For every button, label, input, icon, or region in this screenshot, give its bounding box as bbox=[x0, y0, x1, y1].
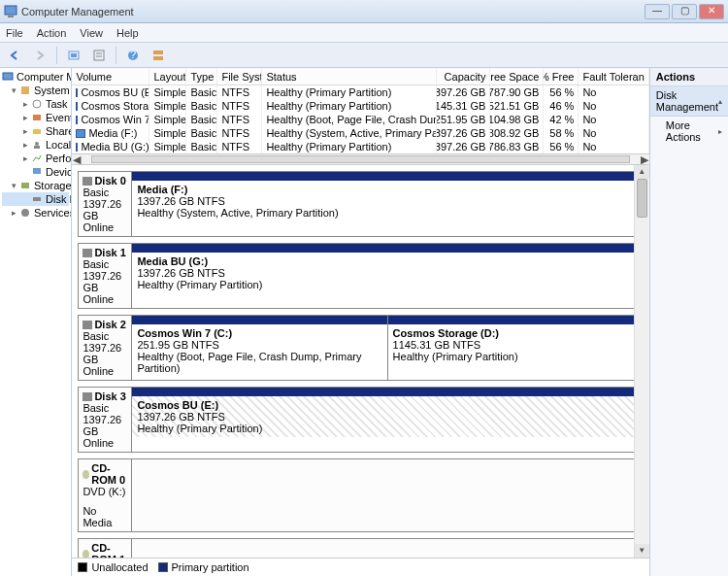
back-button[interactable] bbox=[4, 46, 25, 65]
volume-row[interactable]: Cosmos Win 7 (C:) Simple Basic NTFS Heal… bbox=[72, 113, 648, 126]
scroll-down-icon[interactable]: ▼ bbox=[635, 544, 649, 558]
collapse-icon[interactable]: ▾ bbox=[12, 182, 17, 190]
titlebar[interactable]: Computer Management — ▢ ✕ bbox=[0, 0, 728, 23]
tree-storage[interactable]: ▾Storage bbox=[2, 179, 69, 192]
partition[interactable]: Cosmos Storage (D:) 1145.31 GB NTFS Heal… bbox=[387, 316, 643, 380]
svg-rect-0 bbox=[5, 6, 17, 15]
scroll-left-icon[interactable]: ◀ bbox=[72, 153, 82, 166]
col-type[interactable]: Type bbox=[186, 68, 217, 85]
collapse-icon[interactable]: ▾ bbox=[12, 86, 17, 95]
legend-unallocated: Unallocated bbox=[78, 561, 148, 573]
tree-device-manager[interactable]: ▸Device Manager bbox=[2, 165, 69, 179]
forward-button[interactable] bbox=[29, 46, 50, 65]
expand-icon[interactable]: ▸ bbox=[23, 114, 28, 122]
disk-size: 1397.26 GB bbox=[83, 198, 127, 221]
svg-rect-9 bbox=[153, 51, 163, 54]
disk-name: Disk 3 bbox=[94, 390, 125, 402]
volume-row[interactable]: Cosmos Storage (D:) Simple Basic NTFS He… bbox=[72, 99, 648, 113]
view-list-button[interactable] bbox=[148, 46, 169, 65]
disk-name: CD-ROM 0 bbox=[91, 462, 127, 486]
volume-row[interactable]: Media BU (G:) Simple Basic NTFS Healthy … bbox=[72, 140, 648, 153]
disk-row[interactable]: Disk 3 Basic 1397.26 GB Online Cosmos BU… bbox=[78, 387, 643, 453]
partition[interactable]: Media (F:) 1397.26 GB NTFS Healthy (Syst… bbox=[132, 172, 642, 236]
col-capacity[interactable]: Capacity bbox=[437, 68, 490, 85]
window-title: Computer Management bbox=[21, 6, 645, 17]
splitter[interactable]: ◀ ▶ bbox=[72, 153, 648, 165]
volume-icon bbox=[76, 143, 78, 152]
properties-button[interactable] bbox=[88, 46, 110, 65]
volume-row[interactable]: Media (F:) Simple Basic NTFS Healthy (Sy… bbox=[72, 126, 648, 140]
col-volume[interactable]: Volume bbox=[72, 68, 149, 85]
disk-info[interactable]: Disk 3 Basic 1397.26 GB Online bbox=[78, 387, 132, 453]
menu-file[interactable]: File bbox=[6, 27, 23, 39]
partition-status: Healthy (Primary Partition) bbox=[137, 423, 637, 434]
tree-task-scheduler[interactable]: ▸Task Scheduler bbox=[2, 97, 69, 111]
disk-info[interactable]: Disk 1 Basic 1397.26 GB Online bbox=[78, 243, 132, 309]
disk-row[interactable]: Disk 1 Basic 1397.26 GB Online Media BU … bbox=[78, 243, 643, 309]
help-button[interactable]: ? bbox=[122, 46, 144, 65]
expand-icon[interactable]: ▸ bbox=[23, 127, 28, 136]
disk-graphical-view[interactable]: Disk 0 Basic 1397.26 GB Online Media (F:… bbox=[72, 165, 648, 558]
volume-row[interactable]: Cosmos BU (E:) Simple Basic NTFS Healthy… bbox=[72, 85, 648, 99]
disk-type: Basic bbox=[83, 258, 127, 270]
partition[interactable]: Media BU (G:) 1397.26 GB NTFS Healthy (P… bbox=[132, 244, 642, 308]
tree-services[interactable]: ▸Services and Applications bbox=[2, 206, 69, 220]
disk-row[interactable]: CD-ROM 1 DVD (I:) No Media bbox=[78, 538, 643, 558]
up-button[interactable] bbox=[63, 46, 84, 65]
close-button[interactable]: ✕ bbox=[699, 4, 724, 19]
chevron-right-icon: ▸ bbox=[718, 127, 722, 136]
menu-help[interactable]: Help bbox=[116, 27, 139, 39]
volume-list[interactable]: Cosmos BU (E:) Simple Basic NTFS Healthy… bbox=[72, 85, 648, 153]
tree-root[interactable]: Computer Management (Local bbox=[2, 70, 69, 84]
menu-view[interactable]: View bbox=[80, 27, 103, 39]
expand-icon[interactable]: ▸ bbox=[23, 100, 28, 109]
disk-info[interactable]: CD-ROM 0 DVD (K:) No Media bbox=[78, 458, 132, 532]
partition[interactable]: Cosmos BU (E:) 1397.26 GB NTFS Healthy (… bbox=[132, 388, 642, 452]
col-fs[interactable]: File System bbox=[217, 68, 262, 85]
col-free[interactable]: Free Space bbox=[490, 68, 544, 85]
col-status[interactable]: Status bbox=[262, 68, 437, 85]
disk-type: DVD (K:) bbox=[83, 486, 127, 497]
tree-event-viewer[interactable]: ▸Event Viewer bbox=[2, 111, 69, 124]
disk-info[interactable]: Disk 0 Basic 1397.26 GB Online bbox=[78, 171, 132, 237]
disk-info[interactable]: Disk 2 Basic 1397.26 GB Online bbox=[78, 315, 132, 381]
col-fault[interactable]: Fault Toleran bbox=[579, 68, 648, 85]
scrollbar-thumb[interactable] bbox=[637, 179, 647, 218]
empty-partition[interactable] bbox=[132, 459, 642, 531]
volume-icon bbox=[76, 102, 78, 111]
partition-status: Healthy (System, Active, Primary Partiti… bbox=[137, 207, 637, 219]
vertical-scrollbar[interactable]: ▲ ▼ bbox=[634, 165, 649, 558]
partition[interactable]: Cosmos Win 7 (C:) 251.95 GB NTFS Healthy… bbox=[132, 316, 386, 380]
tree-performance[interactable]: ▸Performance bbox=[2, 152, 69, 165]
disk-size: 1397.26 GB bbox=[83, 342, 127, 365]
maximize-button[interactable]: ▢ bbox=[672, 4, 697, 19]
svg-rect-4 bbox=[94, 51, 104, 60]
tree-shared-folders[interactable]: ▸Shared Folders bbox=[2, 124, 69, 138]
scroll-up-icon[interactable]: ▲ bbox=[635, 165, 649, 179]
svg-rect-14 bbox=[33, 115, 41, 120]
col-pct[interactable]: % Free bbox=[544, 68, 579, 85]
expand-icon[interactable]: ▸ bbox=[23, 141, 28, 150]
tree-local-users[interactable]: ▸Local Users and Groups bbox=[2, 138, 69, 152]
volume-list-header[interactable]: Volume Layout Type File System Status Ca… bbox=[72, 68, 648, 85]
actions-section[interactable]: Disk Management▴ bbox=[650, 86, 728, 117]
disk-state: Online bbox=[83, 293, 127, 305]
partition-status: Healthy (Primary Partition) bbox=[137, 279, 637, 290]
scroll-right-icon[interactable]: ▶ bbox=[640, 153, 649, 166]
empty-partition[interactable] bbox=[132, 539, 642, 558]
disk-row[interactable]: Disk 0 Basic 1397.26 GB Online Media (F:… bbox=[78, 171, 643, 237]
col-layout[interactable]: Layout bbox=[149, 68, 186, 85]
tree-system-tools[interactable]: ▾System Tools bbox=[2, 84, 69, 97]
horizontal-scrollbar[interactable] bbox=[91, 155, 629, 163]
disk-row[interactable]: Disk 2 Basic 1397.26 GB Online Cosmos Wi… bbox=[78, 315, 643, 381]
expand-icon[interactable]: ▸ bbox=[23, 154, 28, 163]
menu-action[interactable]: Action bbox=[37, 27, 67, 39]
svg-text:?: ? bbox=[130, 49, 136, 60]
nav-tree[interactable]: Computer Management (Local ▾System Tools… bbox=[0, 68, 72, 576]
tree-disk-management[interactable]: ▸Disk Management bbox=[2, 192, 69, 206]
expand-icon[interactable]: ▸ bbox=[12, 209, 17, 218]
disk-row[interactable]: CD-ROM 0 DVD (K:) No Media bbox=[78, 458, 643, 532]
minimize-button[interactable]: — bbox=[645, 4, 670, 19]
actions-more[interactable]: More Actions▸ bbox=[650, 117, 728, 146]
disk-info[interactable]: CD-ROM 1 DVD (I:) No Media bbox=[78, 538, 132, 558]
